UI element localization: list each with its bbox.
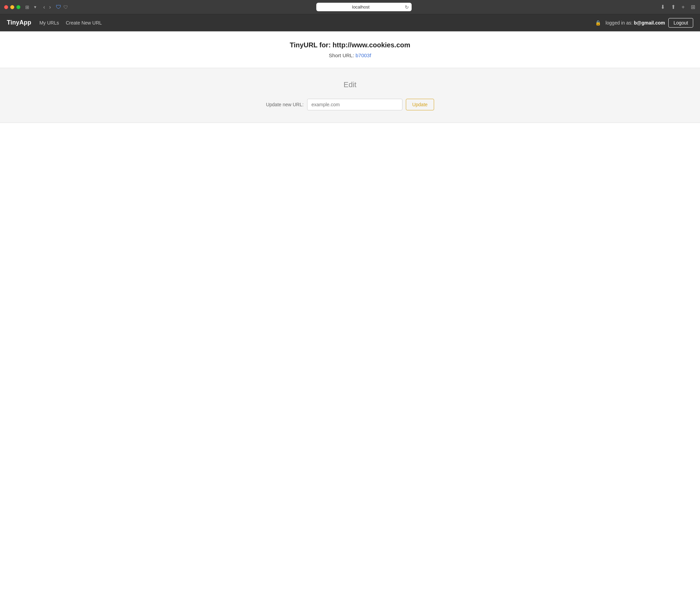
close-traffic-light[interactable] bbox=[4, 5, 8, 9]
brave-icon: 🛡 bbox=[56, 4, 61, 10]
page-body bbox=[0, 123, 700, 259]
edit-form: Update new URL: Update bbox=[7, 99, 693, 110]
back-button[interactable]: ‹ bbox=[42, 4, 46, 11]
url-title: TinyURL for: http://www.cookies.com bbox=[7, 41, 693, 49]
shield-icon: 🛡 bbox=[63, 4, 68, 10]
address-bar[interactable] bbox=[316, 3, 412, 11]
user-email: b@gmail.com bbox=[634, 20, 665, 26]
browser-nav: ‹ › bbox=[42, 4, 52, 11]
navbar-right: 🔒 logged in as: b@gmail.com Logout bbox=[595, 18, 693, 28]
short-url-line: Short URL: b7003f bbox=[7, 52, 693, 58]
chevron-down-icon[interactable]: ▾ bbox=[34, 4, 36, 10]
short-url-label: Short URL: bbox=[329, 52, 355, 58]
navbar-links: My URLs Create New URL bbox=[39, 20, 595, 26]
minimize-traffic-light[interactable] bbox=[10, 5, 14, 9]
navbar-brand[interactable]: TinyApp bbox=[7, 19, 31, 26]
url-input[interactable] bbox=[307, 99, 402, 110]
edit-section: Edit Update new URL: Update bbox=[0, 68, 700, 123]
lock-icon: 🔒 bbox=[595, 20, 601, 26]
share-button[interactable]: ⬆ bbox=[670, 3, 676, 11]
short-url-link[interactable]: b7003f bbox=[355, 52, 371, 58]
edit-title: Edit bbox=[7, 80, 693, 89]
browser-chrome: ⊞ ▾ ‹ › 🛡 🛡 ↻ ⬇ ⬆ + ⊞ bbox=[0, 0, 700, 14]
browser-shield-area: 🛡 🛡 bbox=[56, 4, 68, 10]
traffic-lights bbox=[4, 5, 20, 9]
address-bar-container: ↻ bbox=[71, 3, 656, 11]
reload-button[interactable]: ↻ bbox=[405, 4, 409, 10]
sidebar-toggle-button[interactable]: ⊞ bbox=[24, 4, 31, 11]
nav-link-create-new-url[interactable]: Create New URL bbox=[66, 20, 102, 26]
url-info-section: TinyURL for: http://www.cookies.com Shor… bbox=[0, 32, 700, 68]
logged-in-prefix: logged in as: bbox=[605, 20, 634, 26]
update-url-label: Update new URL: bbox=[266, 102, 304, 107]
maximize-traffic-light[interactable] bbox=[16, 5, 20, 9]
forward-button[interactable]: › bbox=[48, 4, 52, 11]
browser-actions: ⬇ ⬆ + ⊞ bbox=[660, 3, 696, 11]
tab-overview-button[interactable]: ⊞ bbox=[690, 3, 696, 11]
main-content: TinyURL for: http://www.cookies.com Shor… bbox=[0, 32, 700, 259]
logout-button[interactable]: Logout bbox=[668, 18, 693, 28]
navbar: TinyApp My URLs Create New URL 🔒 logged … bbox=[0, 14, 700, 31]
nav-link-my-urls[interactable]: My URLs bbox=[39, 20, 59, 26]
new-tab-button[interactable]: + bbox=[681, 3, 685, 11]
update-button[interactable]: Update bbox=[406, 99, 434, 110]
logged-in-label: logged in as: b@gmail.com bbox=[605, 20, 665, 26]
download-button[interactable]: ⬇ bbox=[660, 3, 666, 11]
